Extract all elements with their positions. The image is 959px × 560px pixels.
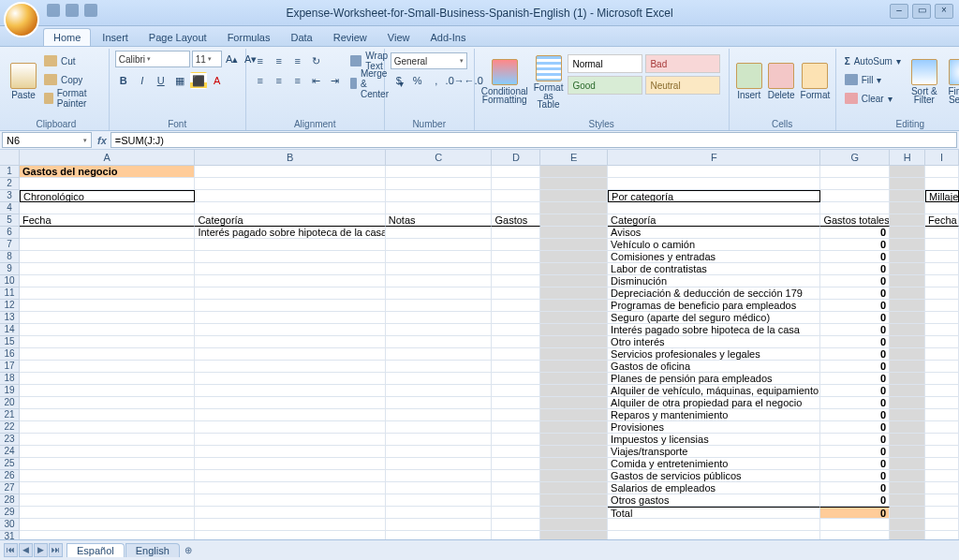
- cell-D6[interactable]: [492, 227, 540, 239]
- tab-page-layout[interactable]: Page Layout: [140, 29, 216, 46]
- cell-H16[interactable]: [890, 348, 925, 361]
- cell-B28[interactable]: [195, 494, 385, 507]
- cell-H4[interactable]: [890, 202, 925, 214]
- cell-I22[interactable]: [925, 421, 959, 434]
- cell-H28[interactable]: [890, 494, 925, 507]
- row-header-9[interactable]: 9: [0, 263, 20, 275]
- cell-D31[interactable]: [492, 531, 540, 539]
- cell-F25[interactable]: Comida y entretenimiento: [608, 458, 820, 470]
- row-header-15[interactable]: 15: [0, 336, 20, 348]
- row-header-12[interactable]: 12: [0, 300, 20, 312]
- cell-G10[interactable]: 0: [820, 275, 890, 287]
- cell-F7[interactable]: Vehículo o camión: [608, 239, 820, 251]
- cell-C15[interactable]: [386, 336, 493, 348]
- cell-G21[interactable]: 0: [820, 409, 890, 421]
- cell-B20[interactable]: [195, 397, 385, 409]
- orientation-button[interactable]: ↻: [308, 52, 325, 69]
- cell-A16[interactable]: [20, 348, 195, 361]
- cell-I13[interactable]: [925, 312, 959, 324]
- cell-A21[interactable]: [20, 409, 195, 421]
- row-header-6[interactable]: 6: [0, 227, 20, 239]
- row-header-14[interactable]: 14: [0, 324, 20, 336]
- sheet-nav-last[interactable]: ⏭: [49, 543, 63, 557]
- cell-I9[interactable]: [925, 263, 959, 275]
- cell-A2[interactable]: [20, 178, 195, 190]
- cell-E5[interactable]: [540, 214, 608, 227]
- cell-F15[interactable]: Otro interés: [608, 336, 820, 348]
- cell-G6[interactable]: 0: [820, 227, 890, 239]
- cell-D4[interactable]: [492, 202, 540, 214]
- cell-B13[interactable]: [195, 312, 385, 324]
- style-bad[interactable]: Bad: [645, 54, 720, 73]
- cell-G29[interactable]: 0: [820, 507, 890, 519]
- cell-G11[interactable]: 0: [820, 287, 890, 300]
- cell-G14[interactable]: 0: [820, 324, 890, 336]
- clear-button[interactable]: Clear ▾: [842, 90, 904, 107]
- cell-A10[interactable]: [20, 275, 195, 287]
- cell-C14[interactable]: [386, 324, 493, 336]
- col-header-A[interactable]: A: [20, 150, 195, 166]
- cell-C3[interactable]: [386, 190, 493, 202]
- col-header-B[interactable]: B: [195, 150, 385, 166]
- cell-I19[interactable]: [925, 385, 959, 397]
- cell-F2[interactable]: [608, 178, 820, 190]
- sheet-nav-prev[interactable]: ◀: [19, 543, 33, 557]
- fill-button[interactable]: Fill ▾: [842, 71, 904, 88]
- cell-I10[interactable]: [925, 275, 959, 287]
- col-header-G[interactable]: G: [820, 150, 890, 166]
- restore-button[interactable]: ▭: [912, 4, 931, 19]
- cell-D11[interactable]: [492, 287, 540, 300]
- row-header-25[interactable]: 25: [0, 458, 20, 470]
- cell-B26[interactable]: [195, 470, 385, 482]
- cell-I11[interactable]: [925, 287, 959, 300]
- cell-F31[interactable]: [608, 531, 820, 539]
- sheet-nav-first[interactable]: ⏮: [4, 543, 18, 557]
- cell-E7[interactable]: [540, 239, 608, 251]
- cell-B22[interactable]: [195, 421, 385, 434]
- delete-cells-button[interactable]: Delete: [767, 51, 796, 112]
- cell-F12[interactable]: Programas de beneficio para empleados: [608, 300, 820, 312]
- cell-D2[interactable]: [492, 178, 540, 190]
- office-button[interactable]: [4, 2, 39, 37]
- cell-I17[interactable]: [925, 361, 959, 373]
- cell-B9[interactable]: [195, 263, 385, 275]
- cell-A8[interactable]: [20, 251, 195, 263]
- spreadsheet-grid[interactable]: ABCDEFGHI 123456789101112131415161718192…: [0, 150, 959, 539]
- cell-G20[interactable]: 0: [820, 397, 890, 409]
- cell-C19[interactable]: [386, 385, 493, 397]
- cell-H14[interactable]: [890, 324, 925, 336]
- tab-view[interactable]: View: [378, 29, 420, 46]
- col-header-F[interactable]: F: [608, 150, 820, 166]
- cell-E22[interactable]: [540, 421, 608, 434]
- cell-G15[interactable]: 0: [820, 336, 890, 348]
- cell-H27[interactable]: [890, 482, 925, 494]
- cell-G4[interactable]: [820, 202, 890, 214]
- cell-B15[interactable]: [195, 336, 385, 348]
- cell-G22[interactable]: 0: [820, 421, 890, 434]
- row-header-24[interactable]: 24: [0, 446, 20, 458]
- format-cells-button[interactable]: Format: [800, 51, 832, 112]
- tab-formulas[interactable]: Formulas: [218, 29, 280, 46]
- cell-I26[interactable]: [925, 470, 959, 482]
- row-header-28[interactable]: 28: [0, 494, 20, 507]
- col-header-I[interactable]: I: [925, 150, 959, 166]
- cell-A14[interactable]: [20, 324, 195, 336]
- cell-I2[interactable]: [925, 178, 959, 190]
- paste-button[interactable]: Paste: [9, 51, 37, 112]
- row-header-1[interactable]: 1: [0, 166, 20, 178]
- cell-F30[interactable]: [608, 519, 820, 531]
- cell-G12[interactable]: 0: [820, 300, 890, 312]
- cell-C5[interactable]: Notas: [386, 214, 493, 227]
- tab-review[interactable]: Review: [324, 29, 376, 46]
- cell-A17[interactable]: [20, 361, 195, 373]
- cell-C26[interactable]: [386, 470, 493, 482]
- cell-F18[interactable]: Planes de pensión para empleados: [608, 373, 820, 385]
- cell-H6[interactable]: [890, 227, 925, 239]
- cell-I21[interactable]: [925, 409, 959, 421]
- cell-F4[interactable]: [608, 202, 820, 214]
- cell-A24[interactable]: [20, 446, 195, 458]
- cell-C10[interactable]: [386, 275, 493, 287]
- cell-D25[interactable]: [492, 458, 540, 470]
- cell-H25[interactable]: [890, 458, 925, 470]
- cells-area[interactable]: Gastos del negocioChronológicoPor catego…: [20, 166, 959, 539]
